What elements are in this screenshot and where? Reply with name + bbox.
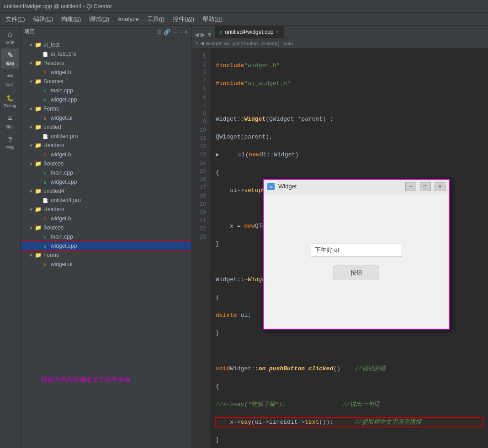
project-panel: 项目 ⊟ 🔗 ↔ − × ▼ 📁 ui_test 📄 ui_test.pro: [21, 26, 192, 448]
sidebar-design[interactable]: ✏ 设计: [1, 69, 19, 90]
menu-build[interactable]: 构建(B): [58, 14, 85, 25]
tree-item-headers2[interactable]: ▼ 📁 Headers: [21, 141, 191, 150]
edit-icon: ✎: [5, 51, 15, 60]
tree-item-headers3[interactable]: ▼ 📁 Headers: [21, 205, 191, 214]
folder-purple-icon: 📁: [34, 78, 42, 85]
code-view: 1 2 3 4 5 6 7 8 9 10 11 12 13 14 15 16 1…: [192, 48, 488, 448]
sidebar-project[interactable]: ≡ 项目: [1, 112, 19, 132]
widget-window: w Widget − □ × 按钮: [263, 179, 450, 330]
ui-file-icon: u: [42, 114, 49, 122]
cpp-file-icon: c: [42, 96, 49, 103]
menu-help[interactable]: 帮助(H): [199, 14, 226, 25]
menu-tools[interactable]: 工具(I): [143, 14, 168, 25]
breadcrumb-hash: #: [196, 41, 198, 46]
tree-item-headers1[interactable]: ▼ 📁 Headers: [21, 59, 191, 68]
widget-titlebar: w Widget − □ ×: [264, 180, 449, 193]
close-panel-icon[interactable]: ×: [185, 29, 188, 35]
tree-item-ui-test-pro[interactable]: 📄 ui_test.pro: [21, 49, 191, 59]
widget-lineedit[interactable]: [311, 244, 402, 256]
folder-purple-icon: 📁: [34, 251, 42, 259]
tree-item-main-cpp2[interactable]: c main.cpp: [21, 168, 191, 177]
sync-icon[interactable]: ↔: [172, 29, 178, 35]
sidebar-edit[interactable]: ✎ 编辑: [1, 48, 19, 69]
tree-item-widget-cpp2[interactable]: c widget.cpp: [21, 177, 191, 187]
project-tree: ▼ 📁 ui_test 📄 ui_test.pro ▼ 📁 Headers h: [21, 38, 191, 448]
tab-nav-left[interactable]: ◀: [195, 31, 199, 38]
edit-label: 编辑: [6, 61, 14, 67]
tree-item-sources3[interactable]: ▼ 📁 Sources: [21, 223, 191, 232]
main-layout: ⌂ 欢迎 ✎ 编辑 ✏ 设计 🐛 Debug ≡ 项目 ? 帮助 项目 ⊟: [0, 26, 488, 448]
debug-label: Debug: [4, 103, 16, 108]
tree-item-untitled-pro[interactable]: 📄 untitled.pro: [21, 132, 191, 141]
tree-item-untitled[interactable]: ▼ 📁 untitled: [21, 123, 191, 132]
tree-item-sources2[interactable]: ▼ 📁 Sources: [21, 159, 191, 168]
tab-close-btn[interactable]: ×: [276, 30, 279, 35]
tree-item-widget-ui1[interactable]: u widget.ui: [21, 113, 191, 123]
tree-item-main-cpp1[interactable]: c main.cpp: [21, 86, 191, 95]
folder-purple-icon: 📁: [34, 224, 42, 231]
h-file-icon: h: [42, 151, 49, 158]
widget-maximize-btn[interactable]: □: [420, 182, 431, 191]
tree-item-ui-test[interactable]: ▼ 📁 ui_test: [21, 40, 191, 49]
editor-tabs: ◀ ▶ ▼ c untitled4/widget.cpp ×: [192, 26, 488, 38]
menu-debug[interactable]: 调试(D): [85, 14, 113, 25]
tree-item-main-cpp3[interactable]: c main.cpp: [21, 232, 191, 241]
cpp-file-icon: c: [42, 87, 49, 94]
code-line-5: QWidget(parent),: [216, 133, 483, 142]
tree-item-sources1[interactable]: ▼ 📁 Sources: [21, 77, 191, 86]
tree-item-untitled4-pro[interactable]: 📄 untitled4.pro: [21, 196, 191, 205]
widget-close-btn[interactable]: ×: [435, 182, 446, 191]
tab-widget-cpp[interactable]: c untitled4/widget.cpp ×: [215, 26, 284, 38]
code-line-19: {: [216, 382, 483, 391]
code-line-21: x->say(ui->lineEdit->text()); //提取框中文字语音…: [216, 418, 483, 427]
menu-controls[interactable]: 控件(W): [169, 14, 198, 25]
menu-edit[interactable]: 编辑(E): [30, 14, 57, 25]
tree-item-forms1[interactable]: ▼ 📁 Forms: [21, 104, 191, 113]
tree-item-widget-cpp3[interactable]: c widget.cpp: [21, 241, 191, 251]
breadcrumb-function: Widget::on_pushButton_clicked() : void: [206, 41, 293, 46]
tab-nav-down[interactable]: ▼: [207, 31, 212, 38]
breadcrumb-sep: ◀: [200, 40, 204, 46]
link-icon[interactable]: 🔗: [164, 29, 170, 35]
cpp-file-icon: c: [42, 233, 49, 240]
welcome-icon: ⌂: [5, 30, 15, 39]
widget-controls: − □ ×: [405, 182, 446, 191]
ui-file-icon: u: [42, 261, 49, 268]
tree-item-widget-h2[interactable]: h widget.h: [21, 150, 191, 159]
tree-item-widget-cpp1[interactable]: c widget.cpp: [21, 95, 191, 104]
code-line-2: #include "ui_widget.h": [216, 79, 483, 88]
code-line-22: }: [216, 436, 483, 445]
tree-item-widget-h1[interactable]: h widget.h: [21, 68, 191, 77]
widget-minimize-btn[interactable]: −: [405, 182, 416, 191]
menu-analyze[interactable]: Analyze: [114, 14, 142, 24]
tree-item-widget-h3[interactable]: h widget.h: [21, 214, 191, 223]
folder-purple-icon: 📁: [34, 206, 42, 213]
filter-icon[interactable]: ⊟: [157, 29, 162, 35]
widget-button-label: 按钮: [350, 269, 362, 277]
widget-pushbutton[interactable]: 按钮: [334, 266, 379, 280]
collapse-icon[interactable]: −: [180, 29, 183, 35]
title-text: untitled4/widget.cpp @ untitled4 - Qt Cr…: [4, 3, 112, 10]
menu-file[interactable]: 文件(F): [2, 14, 29, 25]
tree-item-untitled4[interactable]: ▼ 📁 untitled4: [21, 187, 191, 196]
tab-label: untitled4/widget.cpp: [225, 29, 273, 35]
tree-item-forms3[interactable]: ▼ 📁 Forms: [21, 251, 191, 260]
debug-icon: 🐛: [5, 93, 15, 102]
project-label: 项目: [6, 124, 14, 130]
sidebar-help[interactable]: ? 帮助: [1, 133, 19, 153]
design-icon: ✏: [5, 72, 15, 81]
tab-nav-right[interactable]: ▶: [201, 31, 205, 38]
code-line-7: {: [216, 168, 483, 177]
sidebar-debug[interactable]: 🐛 Debug: [1, 91, 19, 111]
sidebar-welcome[interactable]: ⌂ 欢迎: [1, 27, 19, 48]
tree-item-widget-ui3[interactable]: u widget.ui: [21, 260, 191, 269]
widget-body: 按钮: [264, 193, 449, 331]
cpp-file-icon: c: [42, 242, 49, 250]
project-panel-title: 项目: [24, 28, 35, 36]
folder-purple-icon: 📁: [34, 59, 42, 67]
code-line-1: #include "widget.h": [216, 61, 483, 70]
code-line-3: [216, 97, 483, 106]
h-file-icon: h: [42, 69, 49, 76]
editor-area: ◀ ▶ ▼ c untitled4/widget.cpp × # ◀ Widge…: [192, 26, 488, 448]
line-numbers: 1 2 3 4 5 6 7 8 9 10 11 12 13 14 15 16 1…: [192, 48, 210, 448]
